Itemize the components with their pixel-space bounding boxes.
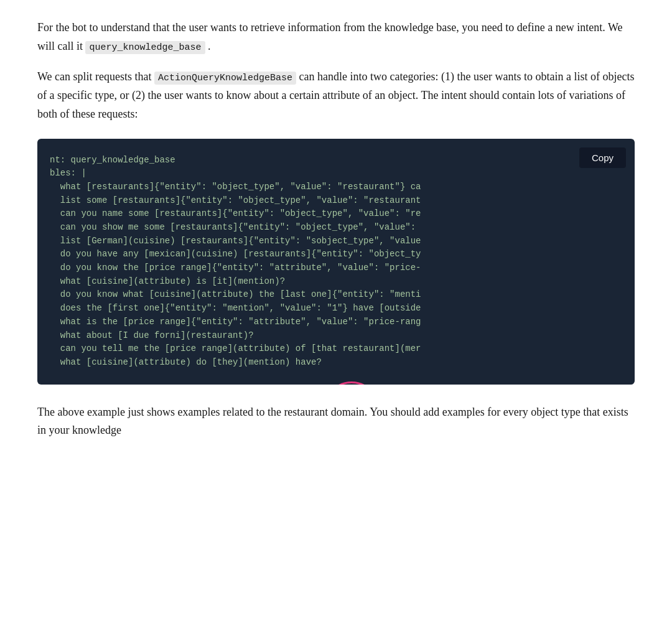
code-line: can you name some [restaurants]{"entity"… bbox=[50, 207, 622, 221]
code-line: do you know the [price range]{"entity": … bbox=[50, 261, 622, 275]
code-line: what [restaurants]{"entity": "object_typ… bbox=[50, 180, 622, 194]
code-content: nt: query_knowledge_basebles: | what [re… bbox=[50, 154, 622, 370]
code-line: do you have any [mexican](cuisine) [rest… bbox=[50, 248, 622, 261]
intro-text-2-start: We can split requests that bbox=[37, 70, 152, 83]
code-line: list [German](cuisine) [restaurants]{"en… bbox=[50, 235, 622, 248]
code-line: what about [I due forni](restaurant)? bbox=[50, 329, 622, 343]
code-line: list some [restaurants]{"entity": "objec… bbox=[50, 194, 622, 208]
inline-code-query: query_knowledge_base bbox=[85, 41, 205, 54]
code-line: does the [first one]{"entity": "mention"… bbox=[50, 302, 622, 315]
code-line: can you tell me the [price range](attrib… bbox=[50, 342, 622, 356]
intro-text-1-end: . bbox=[208, 40, 211, 52]
code-line: do you know what [cuisine](attribute) th… bbox=[50, 288, 622, 302]
inline-code-action: ActionQueryKnowledgeBase bbox=[154, 72, 296, 85]
intro-paragraph-1: For the bot to understand that the user … bbox=[37, 19, 635, 55]
code-line: what [cuisine](attribute) is [it](mentio… bbox=[50, 275, 622, 289]
outro-paragraph: The above example just shows examples re… bbox=[37, 403, 635, 440]
code-line: what [cuisine](attribute) do [they](ment… bbox=[50, 356, 622, 370]
code-line: what is the [price range]{"entity": "att… bbox=[50, 315, 622, 329]
copy-button[interactable]: Copy bbox=[579, 147, 626, 168]
code-line: nt: query_knowledge_base bbox=[50, 154, 622, 167]
code-scroll-area[interactable]: nt: query_knowledge_basebles: | what [re… bbox=[37, 139, 635, 385]
code-block-container: Copy nt: query_knowledge_basebles: | wha… bbox=[37, 139, 635, 385]
code-line: bles: | bbox=[50, 167, 622, 180]
intro-paragraph-2: We can split requests that ActionQueryKn… bbox=[37, 68, 635, 123]
code-line: can you show me some [restaurants]{"enti… bbox=[50, 221, 622, 235]
